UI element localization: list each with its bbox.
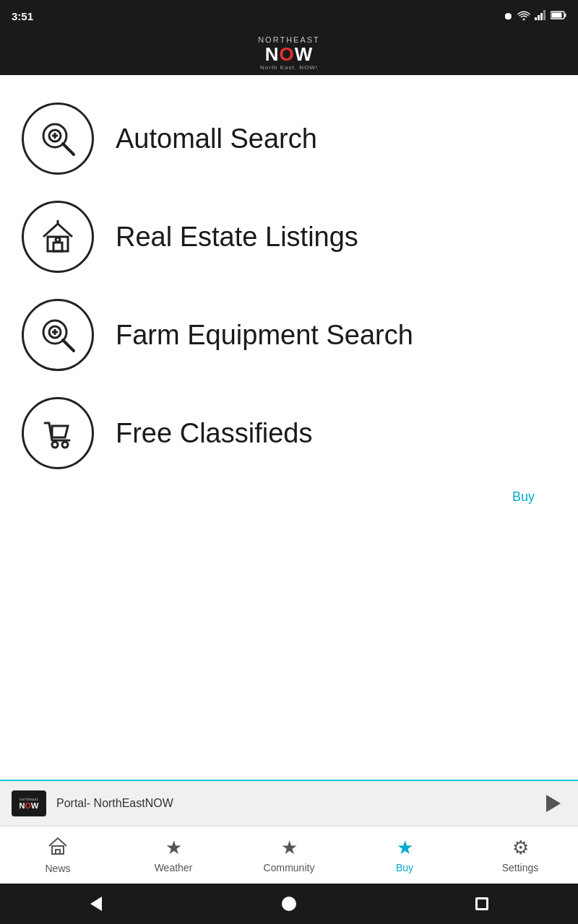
svg-rect-3 (540, 13, 543, 20)
buy-label-area: Buy (22, 482, 556, 505)
logo-tagline: North East. NOW! (260, 65, 318, 71)
star-nav-icon-community: ★ (281, 837, 298, 859)
svg-rect-1 (535, 17, 537, 20)
nav-label-buy: Buy (396, 862, 413, 873)
nav-item-settings[interactable]: ⚙ Settings (462, 827, 578, 884)
star-nav-icon-weather: ★ (165, 837, 182, 859)
status-time: 3:51 (12, 10, 33, 22)
home-icon (282, 897, 296, 911)
realestate-icon-circle (22, 201, 94, 273)
menu-item-farmequipment[interactable]: Farm Equipment Search (22, 286, 556, 384)
app-logo: northeast NOW North East. NOW! (258, 35, 320, 71)
app-header: northeast NOW North East. NOW! (0, 32, 578, 75)
buy-label: Buy (512, 489, 535, 504)
battery-icon (551, 10, 566, 22)
svg-rect-2 (538, 15, 540, 20)
nav-label-settings: Settings (502, 862, 539, 873)
recents-button[interactable] (467, 889, 496, 918)
realestate-label: Real Estate Listings (116, 222, 358, 253)
svg-point-0 (523, 18, 525, 20)
farmequipment-icon-circle (22, 299, 94, 371)
bottom-nav: News ★ Weather ★ Community ★ Buy ⚙ Setti… (0, 826, 578, 884)
status-icons: ⏺ (503, 10, 566, 22)
nav-item-news[interactable]: News (0, 827, 116, 884)
status-bar: 3:51 ⏺ (0, 0, 578, 32)
svg-rect-6 (552, 13, 562, 18)
nav-item-weather[interactable]: ★ Weather (116, 827, 231, 884)
recents-icon (475, 897, 488, 910)
menu-item-realestate[interactable]: Real Estate Listings (22, 188, 556, 286)
gear-nav-icon: ⚙ (512, 837, 529, 859)
automall-icon-circle (22, 103, 94, 175)
nav-item-buy[interactable]: ★ Buy (347, 827, 462, 884)
svg-rect-24 (56, 850, 60, 854)
farmequipment-label: Farm Equipment Search (116, 320, 413, 351)
player-logo: northeast NOW (12, 790, 46, 816)
menu-item-automall[interactable]: Automall Search (22, 90, 556, 188)
play-triangle-icon (546, 795, 561, 812)
nav-label-news: News (45, 863, 70, 874)
classifieds-label: Free Classifieds (116, 418, 312, 449)
star-nav-icon-buy: ★ (397, 837, 413, 859)
player-title: Portal- NorthEastNOW (56, 797, 530, 810)
svg-rect-4 (543, 10, 545, 20)
nav-label-community: Community (264, 862, 315, 873)
main-content: Automall Search Real Estate Listings (0, 75, 578, 780)
svg-rect-14 (53, 243, 62, 251)
nav-label-weather: Weather (155, 862, 193, 873)
wifi-icon (517, 10, 530, 22)
player-bar: northeast NOW Portal- NorthEastNOW (0, 780, 578, 826)
svg-rect-13 (48, 237, 68, 251)
play-button[interactable] (540, 790, 566, 816)
nav-item-community[interactable]: ★ Community (231, 827, 347, 884)
menu-item-classifieds[interactable]: Free Classifieds (22, 384, 556, 482)
system-nav (0, 884, 578, 924)
home-button[interactable] (275, 889, 303, 918)
svg-line-17 (63, 340, 74, 351)
recording-icon: ⏺ (503, 10, 513, 22)
classifieds-icon-circle (22, 397, 94, 469)
svg-point-22 (62, 442, 68, 448)
player-logo-now: NOW (20, 801, 39, 810)
svg-point-21 (52, 442, 58, 448)
svg-line-9 (63, 144, 74, 154)
logo-now: NOW (265, 44, 314, 65)
svg-point-15 (56, 237, 60, 242)
automall-label: Automall Search (116, 123, 317, 154)
signal-icon (535, 10, 546, 22)
back-button[interactable] (82, 889, 111, 918)
back-icon (90, 897, 102, 911)
home-nav-icon (48, 836, 68, 860)
svg-rect-7 (565, 14, 566, 17)
